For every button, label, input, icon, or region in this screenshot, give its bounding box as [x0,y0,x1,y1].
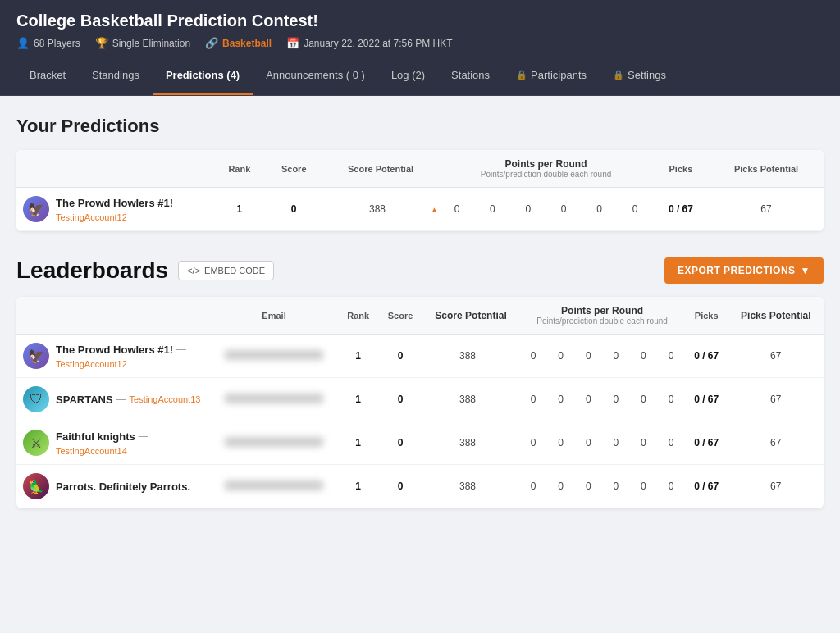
lb-th-score: Score [378,297,422,335]
tab-announcements[interactable]: Announcements ( 0 ) [253,57,378,95]
tab-stations[interactable]: Stations [438,57,503,95]
leaderboard-row: 🦜 Parrots. Definitely Parrots. 103880000… [16,465,824,508]
team-cell: ⚔ Faithful knights — TestingAccount14 [23,430,203,456]
top-header: College Basketball Prediction Contest! 👤… [0,0,840,57]
page-title: College Basketball Prediction Contest! [16,11,824,30]
trophy-icon: 🏆 [95,37,108,49]
lb-th-picks-potential: Picks Potential [728,297,824,335]
lb-th-email: Email [210,297,338,335]
your-predictions-title: Your Predictions [16,116,824,137]
chevron-down-icon: ▼ [801,265,810,276]
blurred-email [225,437,323,447]
tab-standings[interactable]: Standings [79,57,153,95]
blurred-email [225,394,323,403]
lock-participants-icon: 🔒 [516,70,527,80]
avatar: 🦅 [23,343,49,369]
calendar-icon: 📅 [286,37,299,49]
embed-code-button[interactable]: </> EMBED CODE [178,261,274,280]
format-meta: 🏆 Single Elimination [95,37,190,49]
lb-th-rank: Rank [338,297,378,335]
your-predictions-table: Rank Score Score Potential Points per Ro… [16,150,824,231]
nav-tabs: Bracket Standings Predictions (4) Announ… [0,57,840,96]
lb-th-score-potential: Score Potential [422,297,520,335]
leaderboards-header: Leaderboards </> EMBED CODE EXPORT PREDI… [16,257,824,284]
tab-log[interactable]: Log (2) [378,57,438,95]
th-score: Score [266,150,322,188]
team-cell: 🦅 The Prowd Howlers #1! — TestingAccount… [23,343,203,369]
leaderboard-row: 🛡 SPARTANS — TestingAccount13 1038800000… [16,378,824,421]
avatar: 🦅 [23,196,49,222]
leaderboard-row: 🦅 The Prowd Howlers #1! — TestingAccount… [16,335,824,378]
blurred-email [225,350,323,360]
avatar: ⚔ [23,430,49,456]
tab-bracket[interactable]: Bracket [16,57,79,95]
category-meta: 🔗 Basketball [205,37,272,49]
avatar: 🦜 [23,473,49,499]
main-content: Your Predictions Rank Score Score Potent… [0,96,840,554]
th-points-per-round: Points per Round Points/prediction doubl… [439,150,652,188]
th-score-potential: Score Potential [322,150,440,188]
tab-participants[interactable]: 🔒 Participants [503,57,600,95]
lb-th-picks: Picks [685,297,728,335]
th-picks-potential: Picks Potential [709,150,824,188]
date-meta: 📅 January 22, 2022 at 7:56 PM HKT [286,37,452,49]
leaderboards-title: Leaderboards [16,257,168,284]
link-icon: 🔗 [205,37,218,49]
tab-predictions[interactable]: Predictions (4) [153,57,253,95]
team-cell: 🦜 Parrots. Definitely Parrots. [23,473,203,499]
leaderboard-row: ⚔ Faithful knights — TestingAccount14 10… [16,421,824,465]
meta-row: 👤 68 Players 🏆 Single Elimination 🔗 Bask… [16,37,824,57]
players-meta: 👤 68 Players [16,37,80,49]
lb-th-ppr: Points per Round Points/prediction doubl… [519,297,684,335]
th-rank: Rank [213,150,266,188]
lock-settings-icon: 🔒 [613,70,624,80]
avatar: 🛡 [23,386,49,412]
code-icon: </> [187,266,200,276]
your-predictions-row: 🦅 The Prowd Howlers #1! — TestingAccount… [16,188,824,231]
tab-settings[interactable]: 🔒 Settings [600,57,679,95]
person-icon: 👤 [16,37,30,49]
th-picks: Picks [653,150,709,188]
export-predictions-button[interactable]: EXPORT PREDICTIONS ▼ [664,257,824,284]
team-cell: 🛡 SPARTANS — TestingAccount13 [23,386,203,412]
blurred-email [225,480,323,490]
leaderboards-table: Email Rank Score Score Potential Points … [16,297,824,508]
